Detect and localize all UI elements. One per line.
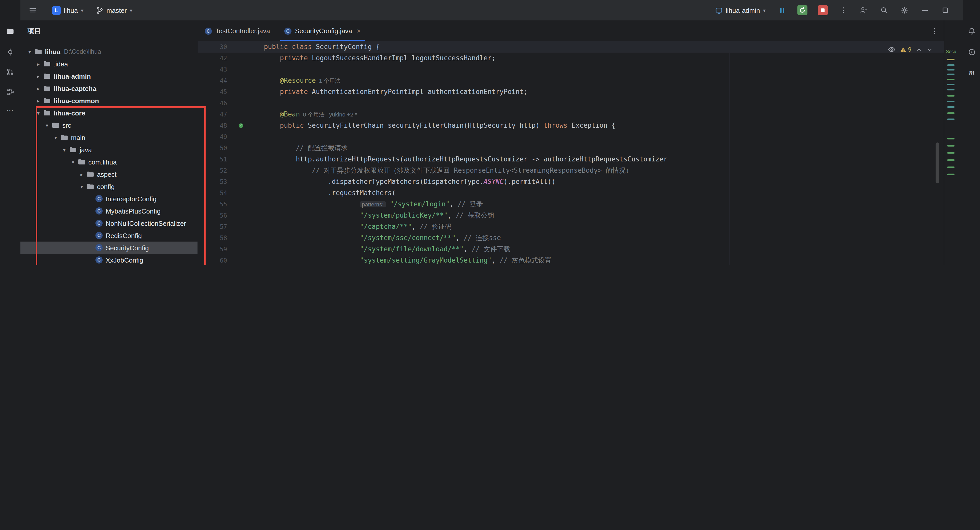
chevron-down-icon[interactable]: ▾ bbox=[69, 159, 77, 165]
code-line-59[interactable]: 59 "/system/file/download/**", // 文件下载 bbox=[197, 244, 944, 255]
bean-gutter-icon[interactable] bbox=[232, 120, 250, 131]
next-problem-icon[interactable] bbox=[926, 46, 933, 53]
error-stripe-mark[interactable] bbox=[947, 64, 955, 66]
inspection-widget[interactable]: 9 bbox=[888, 45, 933, 54]
editor-tab-testcontroller-java[interactable]: CTestController.java bbox=[197, 21, 277, 42]
tree-item-nonnullcollectionserializer[interactable]: CNonNullCollectionSerializer bbox=[21, 217, 197, 229]
tree-item-lihua-common[interactable]: ▸lihua-common bbox=[21, 94, 197, 107]
tree-item-java[interactable]: ▾java bbox=[21, 144, 197, 156]
editor-scrollbar[interactable] bbox=[935, 142, 939, 184]
tool-stripe-pull-requests-icon[interactable] bbox=[2, 64, 18, 80]
code-line-44[interactable]: 44 @Resource 1 个用法 bbox=[197, 75, 944, 86]
line-number[interactable]: 58 bbox=[197, 232, 232, 244]
editor-tab-securityconfig-java[interactable]: CSecurityConfig.java× bbox=[277, 21, 368, 42]
error-stripe-mark[interactable] bbox=[947, 89, 955, 90]
tree-item-com-lihua[interactable]: ▾com.lihua bbox=[21, 156, 197, 168]
code-editor[interactable]: 42 private LogoutSuccessHandlerImpl logo… bbox=[197, 42, 944, 265]
error-stripe-mark[interactable] bbox=[947, 101, 955, 102]
tool-stripe-structure-icon[interactable] bbox=[2, 84, 18, 100]
tool-stripe-notifications-icon[interactable] bbox=[964, 23, 980, 39]
chevron-down-icon[interactable]: ▾ bbox=[78, 184, 86, 189]
line-number[interactable]: 47 bbox=[197, 109, 232, 120]
line-number[interactable]: 59 bbox=[197, 244, 232, 255]
main-menu-icon[interactable] bbox=[25, 3, 40, 18]
close-icon[interactable]: × bbox=[357, 27, 361, 35]
tree-item-aspect[interactable]: ▸aspect bbox=[21, 168, 197, 180]
line-number[interactable]: 45 bbox=[197, 86, 232, 97]
code-line-50[interactable]: 50 // 配置拦截请求 bbox=[197, 142, 944, 154]
project-selector[interactable]: L lihua ▾ bbox=[48, 4, 88, 17]
tree-item-securityconfig[interactable]: CSecurityConfig bbox=[21, 242, 197, 254]
line-number[interactable]: 48 bbox=[197, 120, 232, 131]
chevron-down-icon[interactable]: ▾ bbox=[34, 110, 42, 116]
line-number[interactable]: 46 bbox=[197, 97, 232, 109]
error-stripe-mark[interactable] bbox=[947, 174, 955, 175]
chevron-right-icon[interactable]: ▸ bbox=[78, 171, 86, 177]
search-icon[interactable] bbox=[877, 3, 891, 18]
error-stripe-mark[interactable] bbox=[947, 166, 955, 168]
code-line-46[interactable]: 46 bbox=[197, 97, 944, 109]
code-line-56[interactable]: 56 "/system/publicKey/**", // 获取公钥 bbox=[197, 210, 944, 221]
line-number[interactable]: 55 bbox=[197, 199, 232, 210]
tree-item-mybatisplusconfig[interactable]: CMybatisPlusConfig bbox=[21, 205, 197, 217]
tree-item-lihua-core[interactable]: ▾lihua-core bbox=[21, 107, 197, 119]
chevron-right-icon[interactable]: ▸ bbox=[34, 98, 42, 104]
error-stripe-mark[interactable] bbox=[947, 138, 955, 139]
chevron-right-icon[interactable]: ▸ bbox=[34, 61, 42, 67]
tree-item-interceptorconfig[interactable]: CInterceptorConfig bbox=[21, 193, 197, 205]
error-stripe-mark[interactable] bbox=[947, 79, 955, 80]
branch-selector[interactable]: master ▾ bbox=[92, 4, 136, 16]
line-number[interactable]: 60 bbox=[197, 255, 232, 265]
error-stripe-mark[interactable] bbox=[947, 69, 955, 70]
prev-problem-icon[interactable] bbox=[915, 46, 922, 53]
tree-item-idea[interactable]: ▸.idea bbox=[21, 58, 197, 70]
line-number[interactable]: 52 bbox=[197, 165, 232, 176]
error-stripe-mark[interactable] bbox=[947, 152, 955, 154]
line-number[interactable]: 57 bbox=[197, 221, 232, 232]
line-number[interactable]: 54 bbox=[197, 187, 232, 199]
tree-item-xxjobconfig[interactable]: CXxJobConfig bbox=[21, 254, 197, 265]
error-stripe-mark[interactable] bbox=[947, 73, 955, 75]
settings-icon[interactable] bbox=[897, 3, 912, 18]
line-number[interactable]: 42 bbox=[197, 53, 232, 64]
line-number[interactable]: 49 bbox=[197, 131, 232, 142]
code-line-55[interactable]: 55 patterns: "/system/login", // 登录 bbox=[197, 199, 944, 210]
warnings-count[interactable]: 9 bbox=[900, 46, 911, 53]
code-line-48[interactable]: 48 public SecurityFilterChain securityFi… bbox=[197, 120, 944, 131]
editor-options-kebab-icon[interactable] bbox=[931, 27, 939, 35]
stop-icon[interactable] bbox=[816, 3, 830, 18]
tree-item-main[interactable]: ▾main bbox=[21, 131, 197, 144]
tool-stripe-ai-assistant-icon[interactable] bbox=[964, 44, 980, 60]
error-stripe[interactable]: Secu bbox=[944, 21, 963, 265]
run-configuration-selector[interactable]: lihua-admin ▾ bbox=[711, 4, 770, 16]
minimize-icon[interactable] bbox=[918, 3, 932, 18]
chevron-down-icon[interactable]: ▾ bbox=[43, 122, 51, 128]
error-stripe-mark[interactable] bbox=[947, 84, 955, 85]
error-stripe-mark[interactable] bbox=[947, 106, 955, 108]
code-line-42[interactable]: 42 private LogoutSuccessHandlerImpl logo… bbox=[197, 53, 944, 64]
chevron-down-icon[interactable]: ▾ bbox=[25, 49, 34, 54]
tool-stripe-more-icon[interactable]: ⋯ bbox=[2, 102, 18, 118]
maximize-icon[interactable] bbox=[938, 3, 953, 18]
tree-item-lihua[interactable]: ▾lihuaD:\Code\lihua bbox=[21, 45, 197, 58]
code-line-52[interactable]: 52 // 对于异步分发权限放开（涉及文件下载返回 ResponseEntity… bbox=[197, 165, 944, 176]
pause-icon[interactable] bbox=[775, 3, 789, 18]
tree-item-lihua-captcha[interactable]: ▸lihua-captcha bbox=[21, 82, 197, 94]
error-stripe-mark[interactable] bbox=[947, 145, 955, 147]
code-line-54[interactable]: 54 .requestMatchers( bbox=[197, 187, 944, 199]
code-line-58[interactable]: 58 "/system/sse/connect/**", // 连接sse bbox=[197, 232, 944, 244]
tree-item-src[interactable]: ▾src bbox=[21, 119, 197, 131]
code-line-45[interactable]: 45 private AuthenticationEntryPointImpl … bbox=[197, 86, 944, 97]
tool-stripe-commit-icon[interactable] bbox=[2, 44, 18, 60]
tree-item-redisconfig[interactable]: CRedisConfig bbox=[21, 229, 197, 242]
highlighting-eye-icon[interactable] bbox=[888, 45, 896, 54]
line-number[interactable]: 30 bbox=[197, 42, 232, 53]
chevron-right-icon[interactable]: ▸ bbox=[34, 86, 42, 91]
error-stripe-mark[interactable] bbox=[947, 59, 955, 60]
code-line-30[interactable]: 30public class SecurityConfig { bbox=[197, 42, 944, 53]
tool-stripe-maven-icon[interactable]: m bbox=[964, 64, 980, 81]
rerun-icon[interactable] bbox=[795, 3, 810, 18]
line-number[interactable]: 44 bbox=[197, 75, 232, 86]
chevron-down-icon[interactable]: ▾ bbox=[60, 147, 68, 152]
line-number[interactable]: 51 bbox=[197, 154, 232, 165]
